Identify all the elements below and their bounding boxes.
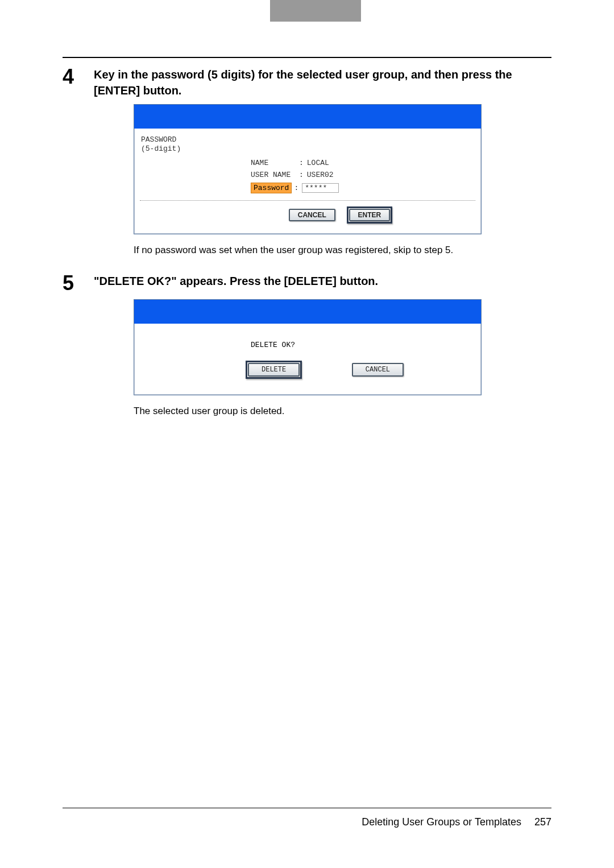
screenshot1-header bbox=[134, 105, 481, 129]
password-field-label: Password bbox=[251, 183, 292, 193]
top-divider bbox=[63, 57, 551, 58]
username-row: USER NAME : USER02 bbox=[251, 171, 475, 179]
name-row: NAME : LOCAL bbox=[251, 159, 475, 167]
screenshot2-body: DELETE OK? DELETE CANCEL bbox=[134, 324, 481, 395]
enter-button-highlight: ENTER bbox=[347, 206, 393, 224]
step-4-number: 4 bbox=[63, 67, 94, 87]
delete-button[interactable]: DELETE bbox=[248, 363, 300, 377]
bottom-divider bbox=[63, 808, 551, 808]
step-5-number: 5 bbox=[63, 273, 94, 294]
password-input[interactable]: ***** bbox=[302, 183, 339, 193]
page-footer: Deleting User Groups or Templates 257 bbox=[63, 808, 551, 828]
delete-button-highlight: DELETE bbox=[246, 361, 302, 379]
step-5: 5 "DELETE OK?" appears. Press the [DELET… bbox=[63, 273, 551, 294]
enter-button[interactable]: ENTER bbox=[349, 209, 391, 221]
cancel-button-2[interactable]: CANCEL bbox=[352, 363, 404, 377]
screenshot1-body: PASSWORD (5-digit) NAME : LOCAL USER NAM… bbox=[134, 129, 481, 234]
password-row: Password : ***** bbox=[251, 183, 475, 193]
delete-confirm-screenshot: DELETE OK? DELETE CANCEL bbox=[134, 299, 482, 395]
password-prompt-label: PASSWORD (5-digit) bbox=[141, 135, 475, 153]
step-4-note: If no password was set when the user gro… bbox=[134, 245, 551, 256]
screenshot2-header bbox=[134, 300, 481, 324]
dotted-divider bbox=[140, 200, 475, 201]
password-entry-screenshot: PASSWORD (5-digit) NAME : LOCAL USER NAM… bbox=[134, 104, 482, 234]
step-5-note: The selected user group is deleted. bbox=[134, 406, 551, 417]
header-gray-tab bbox=[270, 0, 361, 22]
step-4-title: Key in the password (5 digits) for the s… bbox=[94, 67, 551, 98]
delete-ok-text: DELETE OK? bbox=[251, 341, 475, 349]
step-4: 4 Key in the password (5 digits) for the… bbox=[63, 67, 551, 98]
screenshot1-button-row: CANCEL ENTER bbox=[140, 204, 475, 228]
step-5-title: "DELETE OK?" appears. Press the [DELETE]… bbox=[94, 273, 551, 289]
footer-section-title: Deleting User Groups or Templates bbox=[362, 816, 521, 828]
main-content: 4 Key in the password (5 digits) for the… bbox=[63, 57, 551, 434]
cancel-button-1[interactable]: CANCEL bbox=[289, 209, 335, 221]
page-number: 257 bbox=[534, 816, 551, 828]
